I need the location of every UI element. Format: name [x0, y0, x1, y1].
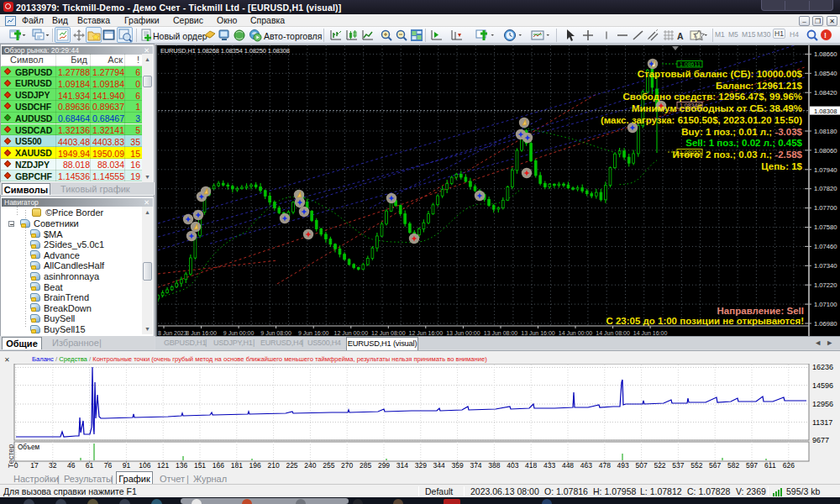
svg-text:Sell: 1 поз.; 0.02 л.; 0.45$: Sell: 1 поз.; 0.02 л.; 0.45$ [685, 138, 802, 148]
svg-text:344: 344 [433, 461, 445, 470]
svg-text:106: 106 [139, 461, 150, 470]
svg-text:Направление: Sell: Направление: Sell [717, 306, 804, 316]
svg-text:13 Jun 08:00: 13 Jun 08:00 [484, 330, 518, 336]
svg-text:9 Jun 16:00: 9 Jun 16:00 [298, 330, 329, 336]
svg-text:1.08180: 1.08180 [814, 128, 837, 135]
svg-text:196: 196 [249, 461, 261, 470]
svg-text:12 Jun 00:00: 12 Jun 00:00 [334, 330, 369, 336]
svg-text:32: 32 [49, 461, 57, 470]
svg-text:Итого: 2 поз.; 0.03 л.; -2.58$: Итого: 2 поз.; 0.03 л.; -2.58$ [672, 150, 802, 160]
svg-text:61: 61 [86, 461, 94, 470]
svg-text:1.07220: 1.07220 [814, 281, 837, 289]
svg-text:1.07940: 1.07940 [814, 166, 837, 174]
svg-text:166: 166 [213, 461, 224, 470]
svg-text:1.07100: 1.07100 [814, 301, 837, 308]
svg-text:14 Jun 08:00: 14 Jun 08:00 [596, 330, 630, 336]
svg-text:433: 433 [543, 461, 555, 470]
svg-text:225: 225 [286, 461, 297, 470]
svg-text:285: 285 [360, 461, 371, 470]
svg-text:507: 507 [636, 461, 648, 470]
svg-text:0: 0 [14, 461, 18, 470]
svg-text:1.06980: 1.06980 [814, 320, 837, 328]
svg-text:181: 181 [231, 461, 243, 470]
svg-text:314: 314 [396, 461, 408, 470]
svg-text:374: 374 [470, 461, 481, 470]
svg-text:Объем: Объем [18, 444, 39, 451]
svg-text:1.08611: 1.08611 [680, 61, 701, 67]
svg-text:448: 448 [562, 461, 574, 470]
svg-text:597: 597 [746, 461, 758, 470]
svg-text:552: 552 [690, 461, 702, 470]
svg-text:1.08420: 1.08420 [814, 89, 837, 97]
svg-text:359: 359 [452, 461, 464, 470]
svg-text:Стартовый баланс (СБ): 10000.0: Стартовый баланс (СБ): 10000.00$ [638, 69, 803, 79]
svg-text:567: 567 [709, 461, 721, 470]
svg-text:1.07580: 1.07580 [814, 223, 837, 231]
svg-text:329: 329 [415, 461, 427, 470]
svg-text:418: 418 [525, 461, 537, 470]
svg-text:Минимум свободных от СБ: 38.49: Минимум свободных от СБ: 38.49% [632, 103, 802, 113]
svg-text:14 Jun 00:00: 14 Jun 00:00 [559, 330, 593, 336]
svg-text:626: 626 [783, 461, 795, 470]
svg-text:270: 270 [341, 461, 353, 470]
svg-text:121: 121 [157, 461, 169, 470]
svg-text:1.08660: 1.08660 [814, 50, 837, 58]
svg-text:1.08540: 1.08540 [814, 70, 837, 77]
svg-text:463: 463 [580, 461, 592, 470]
svg-text:С 23:05 до 1:00 позиции не отк: С 23:05 до 1:00 позиции не открываются! [606, 316, 804, 326]
svg-text:14 Jun 16:00: 14 Jun 16:00 [633, 330, 668, 336]
svg-text:(макс. загрузка: 6150.50$, 202: (макс. загрузка: 6150.50$, 2023.01.20 15… [601, 115, 802, 125]
svg-text:9 Jun 00:00: 9 Jun 00:00 [223, 330, 255, 336]
svg-text:16236: 16236 [812, 364, 833, 371]
svg-text:493: 493 [617, 461, 629, 470]
svg-text:1.07700: 1.07700 [814, 204, 837, 212]
svg-text:136: 136 [176, 461, 187, 470]
svg-text:403: 403 [507, 461, 518, 470]
svg-text:8 Jun 2023: 8 Jun 2023 [158, 330, 187, 336]
svg-text:240: 240 [304, 461, 316, 470]
svg-text:1.08308: 1.08308 [814, 108, 837, 115]
svg-text:EURUSD,H1 1.08268 1.08354 1.08: EURUSD,H1 1.08268 1.08354 1.08250 1.0830… [160, 47, 290, 55]
svg-text:299: 299 [378, 461, 390, 470]
svg-text:91: 91 [123, 461, 131, 470]
svg-text:12956: 12956 [812, 400, 833, 408]
svg-text:76: 76 [104, 461, 113, 470]
svg-text:Цепь: 1$: Цепь: 1$ [761, 161, 802, 171]
svg-text:Баланс: 12961.21$: Баланс: 12961.21$ [716, 81, 803, 91]
svg-text:9 Jun 08:00: 9 Jun 08:00 [260, 330, 291, 336]
svg-text:1.08060: 1.08060 [814, 147, 837, 155]
svg-text:Buy: 1 поз.; 0.01 л.; -3.03$: Buy: 1 поз.; 0.01 л.; -3.03$ [681, 127, 802, 137]
svg-text:Свободно средств: 12956.47$, 9: Свободно средств: 12956.47$, 99.96% [622, 92, 802, 102]
svg-text:13 Jun 00:00: 13 Jun 00:00 [446, 330, 480, 336]
svg-text:537: 537 [672, 461, 684, 470]
svg-text:478: 478 [599, 461, 611, 470]
svg-text:522: 522 [654, 461, 665, 470]
svg-text:12 Jun 08:00: 12 Jun 08:00 [371, 330, 406, 336]
svg-text:210: 210 [268, 461, 280, 470]
svg-text:611: 611 [764, 461, 776, 470]
svg-text:1.07340: 1.07340 [814, 262, 837, 270]
svg-text:1.07460: 1.07460 [814, 243, 837, 250]
svg-text:8 Jun 16:00: 8 Jun 16:00 [186, 330, 217, 336]
svg-text:13 Jun 16:00: 13 Jun 16:00 [521, 330, 555, 336]
svg-text:9677: 9677 [812, 436, 829, 444]
svg-text:388: 388 [488, 461, 500, 470]
svg-text:255: 255 [323, 461, 334, 470]
svg-text:582: 582 [727, 461, 739, 470]
svg-text:1.07820: 1.07820 [814, 185, 837, 192]
svg-text:17: 17 [30, 461, 39, 470]
svg-text:12 Jun 16:00: 12 Jun 16:00 [409, 330, 444, 336]
svg-text:151: 151 [194, 461, 206, 470]
svg-text:11317: 11317 [812, 418, 832, 427]
svg-text:14596: 14596 [812, 381, 833, 390]
svg-text:46: 46 [67, 461, 76, 470]
